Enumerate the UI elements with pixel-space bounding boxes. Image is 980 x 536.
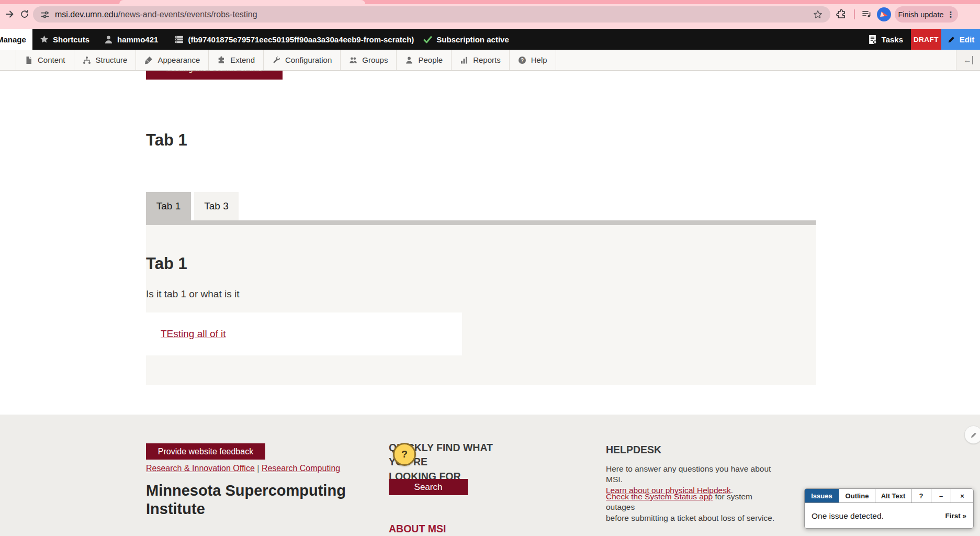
menu-label: Extend [230,55,255,64]
pencil-icon [970,431,978,439]
a11y-first-link[interactable]: First » [945,512,966,520]
tab-1[interactable]: Tab 1 [146,192,191,220]
username-label: hammo421 [117,35,158,44]
site-title: Minnesota Supercomputing Institute [146,482,346,518]
about-msi-heading: ABOUT MSI [389,523,446,535]
environment-stack-icon [175,35,184,44]
a11y-tab-issues[interactable]: Issues [805,489,839,502]
draft-status-badge: DRAFT [911,29,941,50]
svg-text:?: ? [521,57,524,63]
menu-label: Configuration [285,55,332,64]
editoria11y-body: One issue detected. First » [805,503,973,529]
menu-label: Structure [96,55,128,64]
environment-label: (fb97401875e79571eec50195ff90aa3a30a4eeb… [188,35,414,44]
menu-item-content[interactable]: Content [16,50,74,70]
a11y-tab-help[interactable]: ? [911,489,931,502]
brush-icon [144,56,153,64]
tab-panel: Tab 1 Is it tab 1 or what is it TEsting … [146,225,816,385]
menu-spacer [556,50,956,70]
feedback-button[interactable]: Provide website feedback [146,443,265,460]
url-path: /news-and-events/events/robs-testing [118,10,257,19]
menu-item-reports[interactable]: Reports [451,50,509,70]
link-separator: | [257,464,259,473]
finish-update-button[interactable]: Finish update ⋮ [895,6,958,23]
tab-panel-heading: Tab 1 [146,254,816,273]
menu-item-groups[interactable]: Groups [340,50,396,70]
menu-label: Appearance [157,55,200,64]
system-status-link[interactable]: Check the System Status app [606,492,713,501]
helpdesk-paragraph-2: Check the System Status app for system o… [606,492,779,523]
a11y-close-button[interactable]: × [951,489,973,502]
menu-item-structure[interactable]: Structure [74,50,136,70]
site-info-icon[interactable] [40,10,50,19]
a11y-tab-alt-text[interactable]: Alt Text [875,489,911,502]
tab-panel-text: Is it tab 1 or what is it [146,288,816,300]
tabs-row: Tab 1 Tab 3 [146,192,239,220]
a11y-message: One issue detected. [812,511,884,521]
site-title-line2: Institute [146,500,205,517]
tab-panel-link[interactable]: TEsting all of it [161,328,226,340]
menu-item-appearance[interactable]: Appearance [136,50,208,70]
puzzle-icon [217,56,226,64]
edit-label: Edit [960,35,974,44]
editoria11y-tabs: Issues Outline Alt Text ? – × [805,489,973,503]
subscription-label: Subscription active [436,35,509,44]
tasks-button[interactable]: Tasks [868,35,903,44]
url-text: msi.dev.umn.edu/news-and-events/events/r… [55,10,257,19]
manage-label: Manage [0,35,26,44]
chrome-separator [854,9,855,19]
a11y-tab-outline[interactable]: Outline [839,489,875,502]
profile-avatar[interactable] [877,7,891,21]
admin-bar-shortcuts[interactable]: Shortcuts [40,35,89,44]
collapse-left-icon: ← [963,56,973,64]
a11y-minimize-button[interactable]: – [931,489,951,502]
edit-button[interactable]: Edit [941,29,980,50]
cropped-top-button-label: Testing the Bounds of this [146,71,283,73]
bookmark-star-icon[interactable] [813,9,823,20]
cropped-top-button[interactable]: Testing the Bounds of this [146,71,283,80]
tab-panel-card: TEsting all of it [146,312,462,355]
menu-item-people[interactable]: People [396,50,451,70]
star-icon [40,35,49,44]
menu-item-extend[interactable]: Extend [208,50,263,70]
tasks-doc-icon [868,35,877,44]
kebab-menu-icon[interactable]: ⋮ [947,10,955,19]
file-icon [25,56,33,64]
tab-3[interactable]: Tab 3 [194,192,239,220]
reading-list-icon[interactable] [861,9,872,19]
contextual-edit-button[interactable] [964,426,980,444]
menu-item-configuration[interactable]: Configuration [263,50,340,70]
pencil-icon [947,35,956,44]
menu-label: People [418,55,443,64]
bar-chart-icon [460,56,468,64]
admin-bar-manage-tab[interactable]: Manage [0,29,32,50]
research-computing-link[interactable]: Research Computing [262,464,340,473]
drupal-admin-menu: Content Structure Appearance Extend [0,50,980,71]
check-icon [423,35,432,44]
admin-bar-subscription: Subscription active [423,35,509,44]
extensions-puzzle-icon[interactable] [836,9,847,19]
search-button[interactable]: Search [389,479,468,495]
shortcuts-label: Shortcuts [53,35,89,44]
helpdesk-line1: Here to answer any questions you have ab… [606,464,771,484]
menu-item-help[interactable]: ? Help [509,50,556,70]
browser-chrome: msi.dev.umn.edu/news-and-events/events/r… [0,0,980,29]
question-icon: ? [518,56,526,64]
url-bar[interactable]: msi.dev.umn.edu/news-and-events/events/r… [33,6,830,23]
forward-icon[interactable] [4,9,15,19]
admin-bar-user[interactable]: hammo421 [104,35,158,44]
site-title-line1: Minnesota Supercomputing [146,482,346,499]
toolbar-orientation-toggle[interactable]: ← [956,50,980,70]
menu-label: Content [38,55,65,64]
page-heading: Tab 1 [146,131,187,150]
menu-label: Help [531,55,547,64]
helpdesk-line2b: before submitting a ticket about loss of… [606,513,774,522]
tasks-label: Tasks [882,35,903,44]
admin-bar-environment[interactable]: (fb97401875e79571eec50195ff90aa3a30a4eeb… [175,35,414,44]
tab-underline-strip [146,220,816,225]
research-office-link[interactable]: Research & Innovation Office [146,464,255,473]
reload-icon[interactable] [19,9,30,19]
editoria11y-toggle-badge[interactable]: ? [393,443,416,466]
menu-label: Groups [362,55,388,64]
group-icon [349,56,357,64]
